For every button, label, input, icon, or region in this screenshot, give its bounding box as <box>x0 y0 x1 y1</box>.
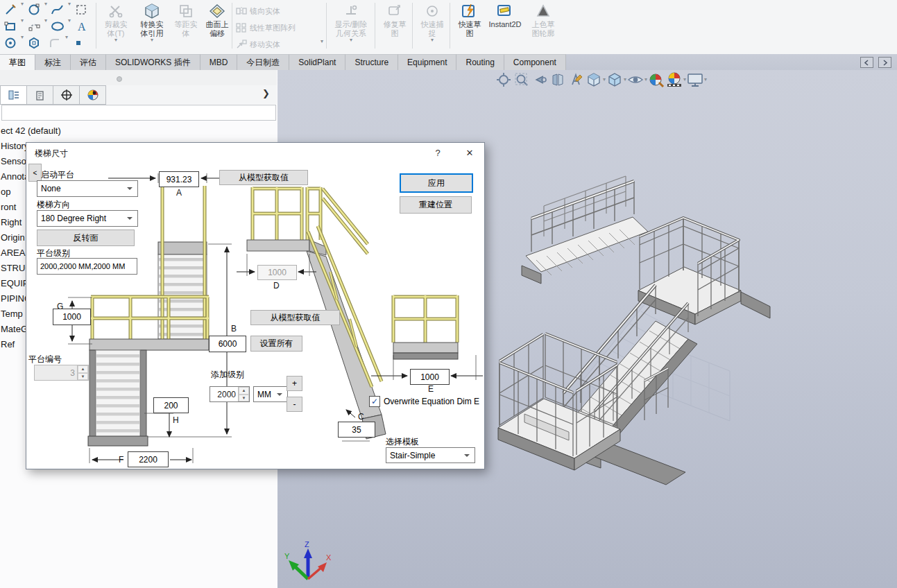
set-all-button[interactable]: 设置所有 <box>250 336 302 352</box>
dim-d-value[interactable]: 1000 <box>257 265 297 280</box>
display-delete-relations-button[interactable]: 显示/删除 几何关系 ▾ <box>330 2 372 51</box>
quick-sketch-icon <box>461 2 478 20</box>
splitter-grip[interactable] <box>117 76 122 82</box>
dialog-title: 楼梯尺寸 <box>35 148 68 159</box>
polygon-icon[interactable] <box>24 35 44 51</box>
featuremanager-tree-tab[interactable] <box>0 85 27 105</box>
tree-root-item[interactable]: ect 42 (default) <box>1 123 277 139</box>
tab-todaymfg[interactable]: 今日制造 <box>237 54 289 70</box>
dialog-help-button[interactable]: ? <box>427 145 448 160</box>
trim-box-icon[interactable] <box>71 1 92 18</box>
dim-b-value[interactable]: 6000 <box>209 336 246 352</box>
dialog-collapse-button[interactable]: < <box>28 164 42 182</box>
move-entities-button[interactable]: 移动实体 <box>236 37 296 51</box>
get-from-model-button-top[interactable]: 从模型获取值 <box>219 170 308 185</box>
collapse-pane-right-icon[interactable] <box>878 57 891 68</box>
repair-sketch-icon <box>387 2 402 20</box>
tab-mbd[interactable]: MBD <box>200 54 238 70</box>
tab-component[interactable]: Component <box>504 54 566 70</box>
dim-g-value[interactable]: 1000 <box>53 309 91 325</box>
arc-icon[interactable] <box>24 18 44 35</box>
flip-face-button[interactable]: 反转面 <box>37 230 135 246</box>
surface-offset-button[interactable]: 曲面上 偏移 <box>200 2 234 51</box>
repair-sketch-button[interactable]: 修复草 图 <box>377 2 412 51</box>
instant2d-button[interactable]: Instant2D <box>486 2 524 51</box>
add-level-stepper[interactable]: 2000 ▲▼ <box>210 386 250 402</box>
stair-direction-select[interactable]: 180 Degree Right <box>37 210 138 227</box>
dim-f-value[interactable]: 2200 <box>128 451 169 467</box>
template-select[interactable]: Stair-Simple <box>386 447 475 463</box>
template-label: 选择模板 <box>386 436 419 448</box>
dialog-close-button[interactable]: ✕ <box>459 145 480 160</box>
add-level-minus-button[interactable]: - <box>287 397 302 412</box>
propertymanager-tab[interactable] <box>27 85 53 105</box>
dim-letter-h: H <box>173 415 179 425</box>
tree-filter-box[interactable] <box>1 105 276 121</box>
sketch-fillet-icon[interactable] <box>44 35 65 51</box>
add-level-down[interactable]: ▼ <box>239 395 249 402</box>
tab-sketch[interactable]: 草图 <box>0 54 35 70</box>
platform-number-down[interactable]: ▼ <box>78 373 88 381</box>
convert-entities-label: 转换实 体引用 <box>141 20 164 37</box>
dim-e-value[interactable]: 1000 <box>410 369 450 385</box>
tab-evaluate[interactable]: 评估 <box>71 54 106 70</box>
spline-icon[interactable] <box>47 1 68 18</box>
dim-letter-e: E <box>428 384 434 394</box>
rebuild-position-button[interactable]: 重建位置 <box>400 196 472 214</box>
ellipse-icon[interactable] <box>47 18 68 35</box>
tab-solidplant[interactable]: SolidPlant <box>289 54 345 70</box>
apply-button[interactable]: 应用 <box>400 173 473 193</box>
offset-entities-button[interactable]: 等距实 体 <box>169 2 203 51</box>
trim-entities-icon <box>108 2 123 20</box>
quick-sketch-button[interactable]: 快速草 图 <box>452 2 487 51</box>
panel-splitter[interactable] <box>0 70 277 86</box>
triad-y-label: Y <box>284 552 290 560</box>
displaymanager-tab[interactable] <box>80 85 106 105</box>
convert-entities-icon <box>144 2 160 20</box>
surface-offset-icon <box>209 2 225 20</box>
linear-sketch-pattern-button[interactable]: 线性草图阵列 <box>236 21 296 35</box>
add-level-up[interactable]: ▲ <box>239 387 249 395</box>
shaded-sketch-contours-button[interactable]: 上色草 图轮廓 <box>526 2 561 51</box>
convert-entities-button[interactable]: 转换实 体引用 ▾ <box>135 2 169 51</box>
line-icon[interactable] <box>0 1 21 18</box>
dim-c-value[interactable]: 35 <box>338 422 375 438</box>
instant2d-icon <box>497 2 513 20</box>
configurations-tab[interactable] <box>53 85 80 105</box>
platform-number-up[interactable]: ▲ <box>78 365 88 373</box>
tab-structure[interactable]: Structure <box>345 54 398 70</box>
quick-sketch-label: 快速草 图 <box>459 20 481 37</box>
triad-z-label: Z <box>305 540 309 548</box>
surface-offset-label: 曲面上 偏移 <box>206 20 229 37</box>
point-icon[interactable] <box>68 35 89 51</box>
tab-annotate[interactable]: 标注 <box>35 54 71 70</box>
quick-snaps-button[interactable]: 快速捕 捉 ▾ <box>415 2 450 51</box>
unit-select[interactable]: MM <box>253 386 288 402</box>
collapse-pane-left-icon[interactable] <box>860 57 873 68</box>
overwrite-equation-row: ✓ Overwrite Equation Dim E <box>369 396 479 407</box>
group-flyout-caret[interactable]: ▾ <box>321 39 323 44</box>
quick-snaps-icon <box>425 2 440 20</box>
add-level-label: 添加级别 <box>211 369 244 381</box>
tab-routing[interactable]: Routing <box>456 54 504 70</box>
tab-addins[interactable]: SOLIDWORKS 插件 <box>106 54 200 70</box>
panel-expand-chevron[interactable]: ❯ <box>262 88 270 98</box>
tab-equipment[interactable]: Equipment <box>398 54 456 70</box>
platform-level-input[interactable]: 2000,2000 MM,2000 MM <box>37 258 137 275</box>
mirror-entities-button[interactable]: 镜向实体 <box>236 4 296 18</box>
get-from-model-button-mid[interactable]: 从模型获取值 <box>250 310 340 325</box>
overwrite-equation-checkbox[interactable]: ✓ <box>369 396 380 407</box>
dim-a-value[interactable]: 931.23 <box>159 171 199 187</box>
displaymanager-icon <box>87 89 99 101</box>
add-level-plus-button[interactable]: + <box>287 376 302 391</box>
trim-entities-button[interactable]: 剪裁实 体(T) ▾ <box>99 2 133 51</box>
rectangle-icon[interactable] <box>0 18 21 35</box>
start-platform-select[interactable]: None <box>37 180 138 197</box>
mirror-entities-icon <box>236 6 247 16</box>
slot-icon[interactable] <box>0 35 21 51</box>
text-icon[interactable]: A <box>71 18 92 35</box>
offset-entities-icon <box>178 2 194 20</box>
dim-h-value[interactable]: 200 <box>153 397 189 413</box>
platform-number-stepper[interactable]: 3 ▲▼ <box>34 365 89 381</box>
circle-icon[interactable] <box>24 1 44 18</box>
